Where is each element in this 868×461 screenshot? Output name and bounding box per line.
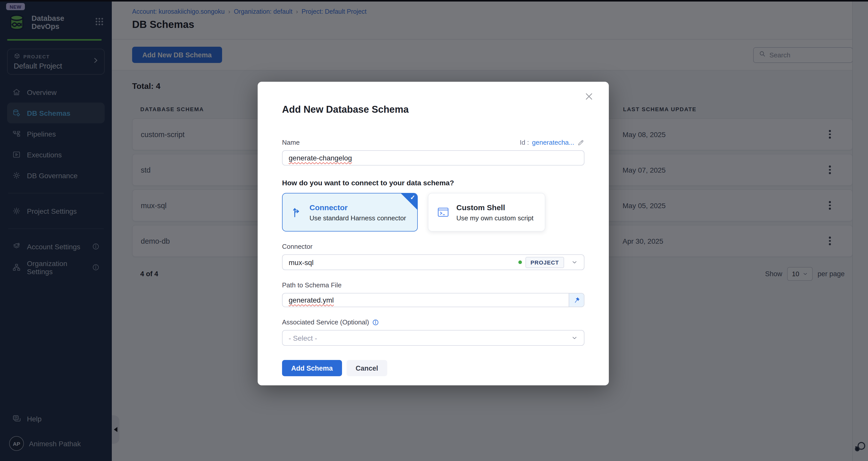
id-value-link[interactable]: generatecha... bbox=[532, 139, 574, 146]
pin-icon[interactable] bbox=[569, 293, 584, 307]
add-db-schema-modal: Add New Database Schema Name Id : genera… bbox=[258, 82, 609, 385]
connector-value: mux-sql bbox=[289, 258, 314, 266]
option-card-connector[interactable]: Connector Use standard Harness connector… bbox=[282, 193, 418, 232]
service-label: Associated Service (Optional) bbox=[282, 318, 369, 326]
name-label: Name bbox=[282, 139, 300, 146]
connector-label: Connector bbox=[282, 243, 584, 250]
name-input[interactable]: generate-changelog bbox=[282, 150, 584, 166]
modal-title: Add New Database Schema bbox=[282, 104, 584, 115]
option-subtitle: Use my own custom script bbox=[456, 214, 533, 222]
edit-pencil-icon[interactable] bbox=[577, 139, 584, 146]
check-icon: ✓ bbox=[410, 194, 415, 201]
service-placeholder: - Select - bbox=[289, 334, 317, 342]
service-select[interactable]: - Select - bbox=[282, 330, 584, 346]
connector-scope-badge: PROJECT bbox=[525, 257, 564, 268]
close-icon[interactable] bbox=[581, 89, 597, 106]
connector-select[interactable]: mux-sql PROJECT bbox=[282, 254, 584, 270]
name-input-value: generate-changelog bbox=[289, 154, 352, 162]
path-label: Path to Schema File bbox=[282, 281, 584, 289]
option-subtitle: Use standard Harness connector bbox=[309, 214, 406, 222]
option-title: Connector bbox=[309, 203, 406, 211]
chevron-down-icon bbox=[571, 335, 578, 341]
cancel-button[interactable]: Cancel bbox=[347, 360, 388, 376]
id-prefix: Id : bbox=[520, 139, 529, 146]
chevron-down-icon bbox=[571, 259, 578, 266]
connector-fork-icon bbox=[291, 206, 303, 218]
screen: NEW Database DevOps PROJECT Default Proj… bbox=[0, 0, 868, 461]
option-card-custom-shell[interactable]: Custom Shell Use my own custom script bbox=[428, 193, 545, 232]
option-title: Custom Shell bbox=[456, 203, 533, 211]
terminal-icon bbox=[437, 206, 450, 219]
id-group: Id : generatecha... bbox=[520, 139, 584, 146]
info-circle-icon[interactable] bbox=[372, 319, 379, 326]
connection-options: Connector Use standard Harness connector… bbox=[282, 193, 584, 232]
add-schema-button[interactable]: Add Schema bbox=[282, 360, 342, 376]
path-input[interactable]: generated.yml bbox=[282, 293, 584, 307]
connector-status-dot bbox=[518, 260, 522, 264]
connect-question: How do you want to connect to your data … bbox=[282, 179, 584, 187]
path-input-value: generated.yml bbox=[289, 296, 334, 304]
